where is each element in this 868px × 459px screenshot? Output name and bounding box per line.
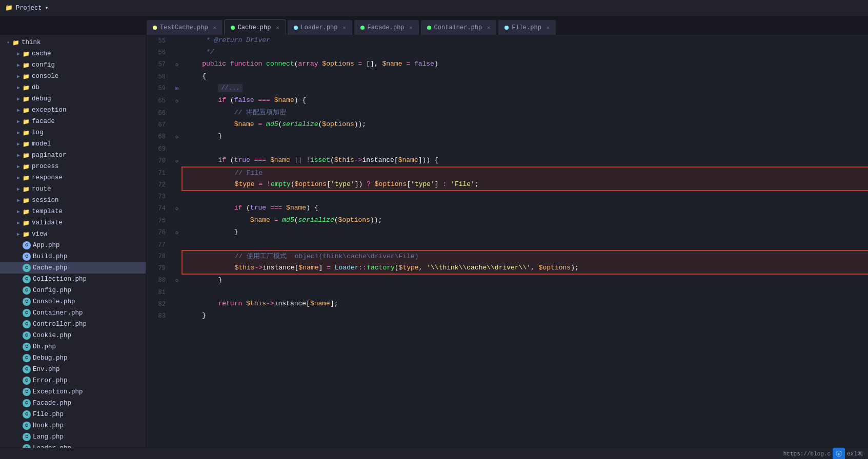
c-file-icon: C [23, 286, 31, 295]
gutter [172, 239, 182, 251]
watermark-url: https://blog.c [783, 451, 831, 457]
sidebar-item-debug-php[interactable]: C Debug.php [0, 352, 146, 364]
table-row: 66 // 将配置项加密 [146, 107, 868, 119]
sidebar-item-validate[interactable]: ▶ 📁 validate [0, 217, 146, 228]
svg-text:G: G [838, 453, 840, 456]
fold-icon[interactable]: ⊞ [175, 86, 178, 92]
sidebar-item-error[interactable]: C Error.php [0, 375, 146, 386]
sidebar-item-route[interactable]: ▶ 📁 route [0, 183, 146, 195]
tab-File[interactable]: File.php ✕ [498, 19, 556, 35]
sidebar-item-session[interactable]: ▶ 📁 session [0, 195, 146, 206]
gutter [172, 119, 182, 131]
sidebar-item-response[interactable]: ▶ 📁 response [0, 172, 146, 183]
sidebar-item-paginator[interactable]: ▶ 📁 paginator [0, 150, 146, 161]
code-scroll[interactable]: 55 * @return Driver 56 */ 57 ◇ [146, 35, 868, 448]
tab-Loader[interactable]: Loader.php ✕ [287, 19, 353, 35]
fold-icon[interactable]: ◇ [175, 278, 178, 283]
sidebar-item-hook[interactable]: C Hook.php [0, 420, 146, 431]
line-number: 74 [146, 202, 172, 215]
sidebar-item-db[interactable]: ▶ 📁 db [0, 82, 146, 93]
sidebar-item-loader[interactable]: C Loader.php [0, 443, 146, 448]
fold-icon[interactable]: ◇ [175, 230, 178, 236]
c-file-icon: C [23, 377, 31, 385]
sidebar-item-config[interactable]: ▶ 📁 config [0, 59, 146, 71]
sidebar-item-facade[interactable]: ▶ 📁 facade [0, 116, 146, 127]
sidebar-item-build[interactable]: C Build.php [0, 251, 146, 262]
project-label[interactable]: 📁 Project ▾ [5, 4, 49, 12]
table-row: 59 ⊞ //... [146, 82, 868, 95]
folder-icon: 📁 [23, 175, 30, 181]
sidebar-item-cache[interactable]: ▶ 📁 cache [0, 48, 146, 59]
sidebar-item-lang[interactable]: C Lang.php [0, 431, 146, 443]
gutter: ◇ [172, 274, 182, 286]
sidebar-item-config-php[interactable]: C Config.php [0, 285, 146, 296]
tab-Cache[interactable]: Cache.php ✕ [224, 19, 286, 35]
sidebar-item-label: log [32, 129, 44, 136]
sidebar-item-controller[interactable]: C Controller.php [0, 319, 146, 330]
sidebar-item-label: cache [32, 50, 51, 57]
sidebar-item-cookie[interactable]: C Cookie.php [0, 330, 146, 341]
arrow-icon: ▾ [4, 39, 12, 46]
gutter: ◇ [172, 58, 182, 71]
sidebar-item-label: Error.php [33, 377, 68, 384]
sidebar-item-debug[interactable]: ▶ 📁 debug [0, 93, 146, 105]
fold-icon[interactable]: ◇ [175, 62, 178, 68]
fold-icon[interactable]: ◇ [175, 98, 178, 104]
sidebar-item-model[interactable]: ▶ 📁 model [0, 138, 146, 150]
sidebar-item-console[interactable]: ▶ 📁 console [0, 71, 146, 82]
watermark-site: Gxl网 [847, 450, 863, 457]
sidebar-item-label: paginator [32, 152, 67, 159]
tab-Container[interactable]: Container.php ✕ [420, 19, 497, 35]
tab-close-icon[interactable]: ✕ [276, 25, 279, 31]
table-row: 56 */ [146, 47, 868, 58]
tab-close-icon[interactable]: ✕ [410, 25, 413, 31]
fold-icon[interactable]: ◇ [175, 206, 178, 212]
gutter: ◇ [172, 95, 182, 107]
tab-close-icon[interactable]: ✕ [213, 25, 216, 31]
table-row: 55 * @return Driver [146, 35, 868, 47]
sidebar-item-log[interactable]: ▶ 📁 log [0, 127, 146, 138]
arrow-icon: ▶ [14, 51, 23, 57]
tab-TestCache[interactable]: TestCache.php ✕ [146, 19, 223, 35]
sidebar-item-template[interactable]: ▶ 📁 template [0, 206, 146, 217]
c-file-icon: C [23, 275, 31, 283]
title-bar: 📁 Project ▾ [0, 0, 868, 16]
tab-dot [231, 26, 235, 30]
gutter [172, 298, 182, 310]
sidebar-item-label: Controller.php [33, 321, 87, 328]
fold-icon[interactable]: ◇ [175, 134, 178, 140]
code-line: } [182, 274, 868, 286]
fold-icon[interactable]: ◇ [175, 158, 178, 164]
tab-close-icon[interactable]: ✕ [487, 25, 490, 31]
table-row: 65 ◇ if (false === $name) { [146, 95, 868, 107]
c-file-icon: C [23, 444, 31, 448]
table-row: 77 [146, 239, 868, 251]
sidebar-item-process[interactable]: ▶ 📁 process [0, 161, 146, 172]
sidebar-root-think[interactable]: ▾ 📁 think [0, 37, 146, 48]
code-area: 55 * @return Driver 56 */ 57 ◇ [146, 35, 868, 448]
sidebar-item-exception-php[interactable]: C Exception.php [0, 386, 146, 398]
sidebar-item-container-php[interactable]: C Container.php [0, 307, 146, 319]
sidebar-item-collection[interactable]: C Collection.php [0, 274, 146, 285]
tab-close-icon[interactable]: ✕ [547, 25, 550, 31]
sidebar-item-facade-php[interactable]: C Facade.php [0, 398, 146, 409]
sidebar-item-db-php[interactable]: C Db.php [0, 341, 146, 352]
sidebar-item-env[interactable]: C Env.php [0, 364, 146, 375]
sidebar-item-file-php[interactable]: C File.php [0, 409, 146, 420]
line-number: 55 [146, 35, 172, 47]
sidebar-item-exception[interactable]: ▶ 📁 exception [0, 105, 146, 116]
tab-close-icon[interactable]: ✕ [343, 25, 346, 31]
main-area: ▾ 📁 think ▶ 📁 cache ▶ 📁 config ▶ 📁 conso… [0, 35, 868, 448]
sidebar-item-app[interactable]: C App.php [0, 240, 146, 251]
collapsed-block[interactable]: //... [218, 84, 243, 92]
code-line: return $this->instance[$name]; [182, 298, 868, 310]
project-dropdown-icon[interactable]: ▾ [45, 4, 48, 12]
c-file-icon: C [23, 331, 31, 340]
sidebar-item-cache-php[interactable]: C Cache.php [0, 262, 146, 274]
sidebar-item-label: Build.php [33, 253, 68, 260]
sidebar-item-view[interactable]: ▶ 📁 view [0, 228, 146, 240]
code-line: public function connect(array $options =… [182, 58, 868, 71]
tab-Facade[interactable]: Facade.php ✕ [354, 19, 419, 35]
gutter [172, 191, 182, 202]
sidebar-item-console-php[interactable]: C Console.php [0, 296, 146, 307]
